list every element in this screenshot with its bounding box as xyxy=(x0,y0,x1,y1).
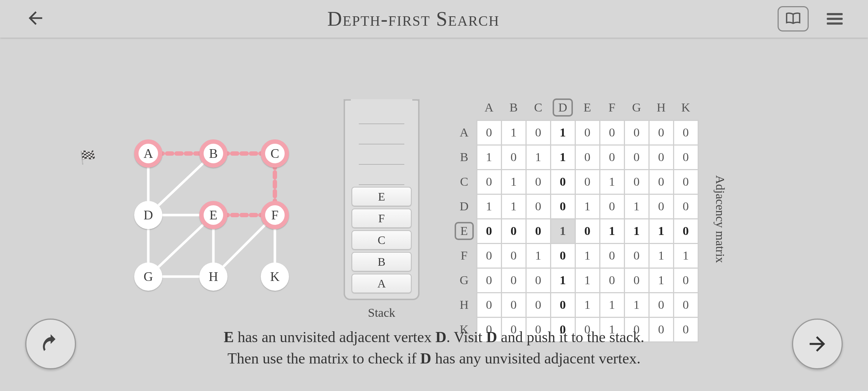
graph-node-g[interactable]: G xyxy=(134,262,162,291)
stack-item: B xyxy=(352,252,412,272)
matrix-cell: 0 xyxy=(649,169,673,194)
matrix-cell: 0 xyxy=(477,243,501,268)
stack-item: C xyxy=(352,230,412,250)
page-title: Depth-first Search xyxy=(49,7,778,30)
stack-empty-slot xyxy=(359,126,404,144)
matrix-cell: 0 xyxy=(575,145,600,169)
matrix-cell: 1 xyxy=(624,219,649,243)
matrix-cell: 0 xyxy=(673,194,698,219)
start-flag-icon: 🏁 xyxy=(80,150,96,165)
matrix-cell: 0 xyxy=(501,219,526,243)
matrix-cell: 1 xyxy=(477,145,501,169)
matrix-cell: 1 xyxy=(624,194,649,219)
matrix-col-a: A xyxy=(477,96,501,120)
matrix-row-d: D xyxy=(452,194,477,219)
matrix-cell: 1 xyxy=(526,243,550,268)
matrix-cell: 1 xyxy=(575,268,600,293)
undo-button[interactable] xyxy=(25,319,76,369)
stack-item: E xyxy=(352,187,412,206)
matrix-cell: 0 xyxy=(477,120,501,145)
matrix-col-e: E xyxy=(575,96,600,120)
matrix-cell: 0 xyxy=(600,243,624,268)
matrix-cell: 0 xyxy=(673,268,698,293)
graph-node-b[interactable]: B xyxy=(199,139,227,168)
matrix-cell: 1 xyxy=(501,120,526,145)
next-button[interactable] xyxy=(792,319,843,369)
matrix-cell: 1 xyxy=(649,243,673,268)
top-bar: Depth-first Search xyxy=(0,0,868,38)
matrix-cell: 1 xyxy=(624,293,649,317)
matrix-cell: 0 xyxy=(649,145,673,169)
back-button[interactable] xyxy=(22,4,49,33)
matrix-cell: 0 xyxy=(673,145,698,169)
matrix-cell: 0 xyxy=(600,268,624,293)
matrix-col-b: B xyxy=(501,96,526,120)
undo-icon xyxy=(39,332,62,356)
matrix-cell: 0 xyxy=(649,194,673,219)
matrix-cell: 1 xyxy=(501,169,526,194)
matrix-cell: 0 xyxy=(501,243,526,268)
graph-node-a[interactable]: A xyxy=(134,139,162,168)
matrix-cell: 1 xyxy=(575,194,600,219)
menu-icon xyxy=(827,13,843,15)
matrix-cell: 0 xyxy=(501,145,526,169)
matrix-cell: 0 xyxy=(526,120,550,145)
matrix-row-c: C xyxy=(452,169,477,194)
graph-node-f[interactable]: F xyxy=(261,201,289,229)
matrix-cell: 0 xyxy=(600,120,624,145)
stack-panel: EFCBA Stack xyxy=(340,99,423,320)
matrix-col-k: K xyxy=(673,96,698,120)
arrow-right-icon xyxy=(806,332,829,356)
matrix-side-label: Adjacency matrix xyxy=(713,175,727,263)
adjacency-matrix: ABCDEFGHKA010100000B101100000C010001000D… xyxy=(452,96,699,342)
matrix-cell: 0 xyxy=(526,169,550,194)
matrix-cell: 0 xyxy=(649,293,673,317)
matrix-cell: 0 xyxy=(575,169,600,194)
matrix-cell: 0 xyxy=(477,293,501,317)
matrix-col-d: D xyxy=(550,96,575,120)
matrix-cell: 0 xyxy=(477,169,501,194)
matrix-row-e: E xyxy=(452,219,477,243)
content-area: 🏁 ABCDEFGHK EFCBA Stack ABCDEFGHKA010100… xyxy=(0,38,868,391)
graph-node-c[interactable]: C xyxy=(261,139,289,168)
matrix-col-c: C xyxy=(526,96,550,120)
matrix-cell: 0 xyxy=(575,120,600,145)
matrix-cell: 1 xyxy=(649,268,673,293)
matrix-cell: 0 xyxy=(624,145,649,169)
matrix-cell: 0 xyxy=(575,219,600,243)
matrix-cell: 0 xyxy=(649,120,673,145)
matrix-cell: 0 xyxy=(477,268,501,293)
stack-empty-slot xyxy=(359,146,404,165)
matrix-cell: 1 xyxy=(501,194,526,219)
step-caption: E has an unvisited adjacent vertex D. Vi… xyxy=(0,327,868,369)
matrix-cell: 0 xyxy=(550,169,575,194)
graph-node-d[interactable]: D xyxy=(134,201,162,229)
stack-item: A xyxy=(352,274,412,293)
graph-node-h[interactable]: H xyxy=(199,262,227,291)
matrix-cell: 1 xyxy=(550,219,575,243)
matrix-cell: 0 xyxy=(624,169,649,194)
matrix-cell: 1 xyxy=(600,219,624,243)
matrix-cell: 0 xyxy=(526,293,550,317)
matrix-row-g: G xyxy=(452,268,477,293)
stack-empty-slot xyxy=(359,105,404,124)
matrix-cell: 0 xyxy=(526,219,550,243)
matrix-cell: 0 xyxy=(673,219,698,243)
matrix-cell: 1 xyxy=(550,145,575,169)
stack-empty-slot xyxy=(359,166,404,185)
graph-panel: 🏁 ABCDEFGHK xyxy=(112,110,329,291)
menu-button[interactable] xyxy=(823,7,846,31)
matrix-cell: 0 xyxy=(600,194,624,219)
matrix-cell: 1 xyxy=(649,219,673,243)
matrix-cell: 0 xyxy=(673,293,698,317)
stack-label: Stack xyxy=(340,306,423,320)
matrix-row-b: B xyxy=(452,145,477,169)
matrix-col-f: F xyxy=(600,96,624,120)
matrix-cell: 1 xyxy=(526,145,550,169)
graph-node-k[interactable]: K xyxy=(261,262,289,291)
reference-button[interactable] xyxy=(778,6,809,31)
graph-node-e[interactable]: E xyxy=(199,201,227,229)
matrix-cell: 0 xyxy=(624,268,649,293)
matrix-cell: 0 xyxy=(550,293,575,317)
matrix-cell: 0 xyxy=(600,145,624,169)
